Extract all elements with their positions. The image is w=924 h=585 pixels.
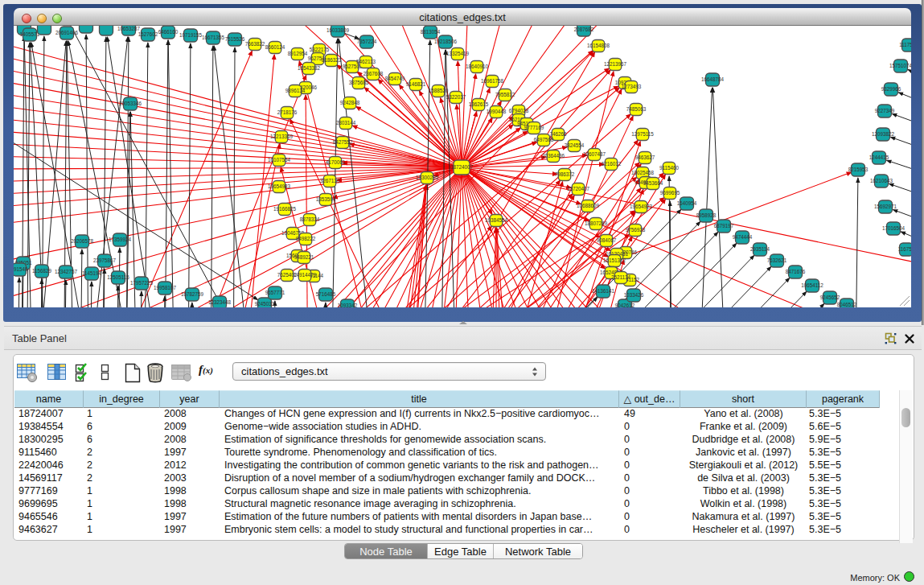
svg-text:16107554: 16107554 [268, 157, 291, 163]
svg-text:10653287: 10653287 [117, 26, 141, 31]
svg-text:1405571: 1405571 [20, 31, 40, 37]
svg-text:1353594: 1353594 [316, 196, 336, 202]
svg-text:7515526: 7515526 [225, 36, 245, 42]
svg-text:9474444: 9474444 [733, 234, 753, 240]
svg-text:9896134: 9896134 [285, 88, 306, 93]
svg-text:8958928: 8958928 [696, 212, 717, 218]
svg-text:12505115: 12505115 [107, 274, 129, 280]
svg-text:1990448: 1990448 [487, 109, 507, 114]
svg-text:10025458: 10025458 [631, 170, 655, 175]
svg-text:6879197: 6879197 [714, 223, 734, 229]
svg-text:12213967: 12213967 [604, 61, 627, 67]
svg-text:1033426: 1033426 [624, 292, 644, 298]
svg-text:16151372: 16151372 [603, 257, 626, 263]
svg-text:1093342: 1093342 [338, 303, 358, 307]
svg-text:17957225: 17957225 [130, 280, 154, 286]
svg-text:16033809: 16033809 [326, 27, 350, 33]
svg-text:2521134: 2521134 [611, 274, 631, 280]
svg-text:8813054: 8813054 [421, 29, 441, 35]
svg-text:18724007: 18724007 [450, 164, 474, 170]
svg-text:19218506: 19218506 [434, 39, 458, 44]
svg-text:1145194: 1145194 [82, 270, 102, 276]
svg-text:12093822: 12093822 [872, 131, 895, 137]
svg-text:12323448: 12323448 [208, 299, 232, 305]
svg-text:9699695: 9699695 [660, 190, 680, 196]
svg-text:20364436: 20364436 [542, 153, 565, 159]
svg-text:1244415: 1244415 [869, 154, 889, 160]
svg-text:19654983: 19654983 [268, 183, 291, 189]
svg-text:18640910: 18640910 [466, 64, 489, 69]
svg-text:1117541: 1117541 [899, 42, 911, 47]
svg-text:9777169: 9777169 [524, 125, 544, 130]
svg-text:7663822: 7663822 [245, 41, 265, 47]
svg-text:9242848: 9242848 [340, 100, 360, 105]
svg-text:9245652: 9245652 [820, 295, 840, 300]
svg-text:15692971: 15692971 [874, 204, 897, 209]
svg-text:14136141: 14136141 [592, 288, 615, 294]
svg-text:5322037: 5322037 [446, 94, 466, 100]
svg-text:16543382: 16543382 [298, 65, 321, 71]
svg-text:17016504: 17016504 [882, 225, 906, 231]
svg-text:8215953: 8215953 [848, 167, 869, 172]
svg-text:16782759: 16782759 [181, 291, 204, 297]
svg-text:16210643: 16210643 [870, 178, 893, 183]
svg-text:23975867: 23975867 [93, 257, 117, 263]
svg-text:3824554: 3824554 [565, 142, 585, 148]
svg-text:2935114: 2935114 [750, 246, 770, 252]
svg-text:12342757: 12342757 [55, 269, 78, 274]
svg-text:9489221: 9489221 [294, 254, 314, 260]
svg-text:2718176: 2718176 [277, 109, 298, 115]
svg-text:10719155: 10719155 [179, 32, 203, 38]
svg-text:15751074: 15751074 [889, 63, 911, 68]
svg-text:19384554: 19384554 [485, 217, 508, 223]
svg-text:9115460: 9115460 [659, 165, 680, 171]
svg-text:8046512: 8046512 [837, 302, 857, 307]
svg-text:2367608: 2367608 [363, 71, 384, 76]
svg-text:15720407: 15720407 [567, 186, 590, 192]
svg-text:16961758: 16961758 [481, 78, 504, 84]
svg-text:1156829: 1156829 [32, 268, 52, 274]
svg-text:4170061: 4170061 [326, 159, 346, 165]
svg-text:9227349: 9227349 [875, 108, 895, 113]
svg-text:5716485: 5716485 [316, 291, 336, 297]
svg-text:14914479: 14914479 [294, 272, 317, 278]
svg-text:7485063: 7485063 [626, 106, 647, 112]
svg-text:5322175: 5322175 [310, 47, 330, 52]
svg-text:9146821: 9146821 [406, 81, 426, 87]
svg-text:19654923: 19654923 [630, 204, 653, 209]
svg-text:19166825: 19166825 [273, 206, 297, 212]
svg-text:13325419: 13325419 [446, 51, 470, 56]
svg-text:9245033: 9245033 [255, 301, 275, 307]
svg-text:7955812: 7955812 [495, 92, 515, 97]
svg-text:1527602: 1527602 [138, 31, 158, 37]
svg-text:2803144: 2803144 [336, 120, 356, 126]
svg-text:17359924: 17359924 [109, 237, 132, 242]
svg-text:9329966: 9329966 [881, 86, 901, 92]
svg-text:746266: 746266 [549, 131, 567, 137]
svg-text:16154808: 16154808 [587, 43, 610, 48]
svg-text:7632621: 7632621 [767, 257, 787, 263]
svg-text:9756928: 9756928 [626, 227, 646, 233]
svg-text:6216012: 6216012 [602, 161, 622, 167]
svg-text:10654112: 10654112 [801, 282, 823, 288]
svg-text:12975115: 12975115 [631, 131, 654, 137]
svg-text:18300295: 18300295 [416, 175, 439, 180]
svg-text:9657771: 9657771 [265, 290, 285, 295]
svg-text:3875685: 3875685 [349, 80, 369, 85]
svg-text:12213369: 12213369 [270, 134, 294, 139]
svg-text:10688609: 10688609 [577, 203, 600, 208]
svg-text:5462113: 5462113 [356, 59, 376, 64]
svg-text:391540: 391540 [14, 266, 28, 272]
svg-text:6794028: 6794028 [509, 108, 529, 113]
svg-text:6497568: 6497568 [534, 137, 554, 142]
svg-text:8912954: 8912954 [288, 51, 308, 56]
svg-text:7986372: 7986372 [555, 171, 575, 177]
svg-text:8660124: 8660124 [265, 44, 285, 50]
svg-text:8471676: 8471676 [786, 269, 806, 274]
svg-text:9042612: 9042612 [615, 303, 635, 307]
svg-text:116753: 116753 [898, 246, 911, 252]
svg-text:16671355: 16671355 [202, 35, 225, 40]
svg-text:1588520: 1588520 [429, 88, 449, 93]
svg-text:9463627: 9463627 [635, 154, 655, 160]
svg-text:2087682: 2087682 [574, 27, 594, 32]
